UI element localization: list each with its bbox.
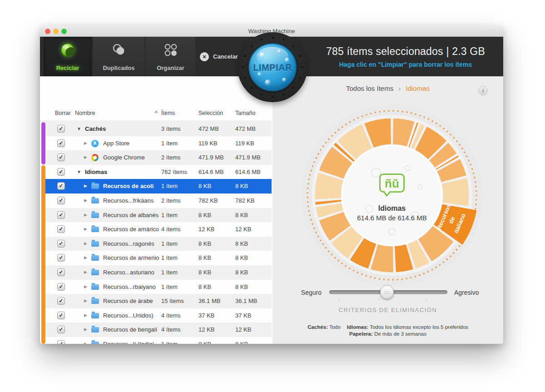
header-divider xyxy=(40,121,272,121)
donut-center: ñŭ Idiomas 614.6 MB de 614.6 MB xyxy=(333,174,451,222)
disclosure-triangle-icon[interactable]: ▶ xyxy=(84,323,87,337)
column-header-seleccion[interactable]: Selección xyxy=(198,110,223,116)
status-subtitle: Haga clic en "Limpiar" para borrar los í… xyxy=(339,61,472,68)
table-row[interactable]: ✓▶Google Chrome2 ítems471.9 MB471.9 MB xyxy=(45,150,272,165)
aggressiveness-slider[interactable] xyxy=(329,290,447,294)
column-header-borrar[interactable]: Borrar xyxy=(55,110,71,116)
cancel-button[interactable]: ✕ Cancelar xyxy=(200,37,238,76)
row-checkbox[interactable]: ✓ xyxy=(57,125,65,133)
table-row[interactable]: ✓▶Recursos...Unidos)4 ítems37 KB37 KB xyxy=(45,308,272,323)
disclosure-triangle-icon[interactable]: ▶ xyxy=(84,280,87,294)
disclosure-triangle-icon[interactable]: ▶ xyxy=(84,237,87,251)
row-checkbox[interactable]: ✓ xyxy=(57,168,65,176)
disclosure-triangle-icon[interactable]: ▶ xyxy=(84,265,87,280)
row-selection: 472 MB xyxy=(198,122,219,136)
row-selection: 8 KB xyxy=(198,237,211,251)
disclosure-triangle-icon[interactable]: ▶ xyxy=(84,150,87,165)
row-selection: 782 KB xyxy=(198,194,218,208)
caches-group-indicator xyxy=(41,122,45,164)
limpiar-button[interactable]: LIMPIAR xyxy=(248,43,297,91)
disclosure-triangle-icon[interactable]: ▶ xyxy=(84,337,87,344)
table-header: Borrar Nombre ^ Ítems Selección Tamaño xyxy=(40,110,272,121)
note-key: Idiomas: xyxy=(347,324,368,330)
idiomas-group-indicator xyxy=(41,165,45,344)
row-size: 8 KB xyxy=(235,265,248,280)
status-title: 785 ítems seleccionados | 2.3 GB xyxy=(326,45,485,58)
disclosure-triangle-icon[interactable]: ▶ xyxy=(84,251,87,265)
tab-label-duplicados: Duplicados xyxy=(93,65,144,71)
row-selection: 8 KB xyxy=(198,179,211,194)
disclosure-triangle-icon[interactable]: ▼ xyxy=(77,122,81,136)
row-size: 12 KB xyxy=(235,323,251,337)
main-content: Borrar Nombre ^ Ítems Selección Tamaño ✓… xyxy=(40,76,503,344)
table-row[interactable]: ✓▶Recursos de acoli1 ítem8 KB8 KB xyxy=(45,179,272,194)
folder-icon xyxy=(91,255,99,261)
folder-icon xyxy=(91,227,99,232)
tab-duplicados[interactable]: Duplicados xyxy=(93,37,144,76)
slider-tick xyxy=(339,298,339,300)
row-checkbox[interactable]: ✓ xyxy=(57,211,65,219)
row-checkbox[interactable]: ✓ xyxy=(57,326,65,333)
table-row[interactable]: ✓▶Recursos de amárico4 ítems12 KB12 KB xyxy=(45,222,272,237)
column-header-items[interactable]: Ítems xyxy=(161,110,175,116)
slider-knob[interactable] xyxy=(380,285,394,299)
table-row[interactable]: ✓▶Recursos...lí (India)1 ítem8 KB8 KB xyxy=(45,337,272,344)
criteria-notes: Cachés: TodoIdiomas: Todos los idiomas e… xyxy=(272,324,503,337)
row-selection: 12 KB xyxy=(198,323,214,337)
breadcrumb-current: Idiomas xyxy=(406,84,430,92)
row-items: 15 ítems xyxy=(161,294,184,308)
row-items: 4 ítems xyxy=(161,222,181,237)
row-items: 1 ítem xyxy=(161,179,178,194)
row-checkbox[interactable]: ✓ xyxy=(57,312,65,319)
row-checkbox[interactable]: ✓ xyxy=(57,283,65,291)
table-row[interactable]: ✓▼Idiomas762 ítems614.6 MB614.6 MB xyxy=(45,165,272,179)
table-row[interactable]: ✓▶Recursos de bengalí4 ítems12 KB12 KB xyxy=(45,323,272,337)
disclosure-triangle-icon[interactable]: ▶ xyxy=(84,294,87,308)
disclosure-triangle-icon[interactable]: ▶ xyxy=(84,136,87,151)
row-checkbox[interactable]: ✓ xyxy=(57,340,65,344)
row-checkbox[interactable]: ✓ xyxy=(57,182,65,190)
row-checkbox[interactable]: ✓ xyxy=(57,225,65,233)
folder-icon xyxy=(91,213,99,218)
disclosure-triangle-icon[interactable]: ▶ xyxy=(84,194,87,208)
table-rows: ✓▼Cachés3 ítems472 MB472 MB✓▶AApp Store1… xyxy=(45,122,272,344)
disclosure-triangle-icon[interactable]: ▶ xyxy=(84,179,87,194)
info-button[interactable]: i xyxy=(478,86,488,95)
chrome-icon xyxy=(91,154,99,161)
column-header-nombre[interactable]: Nombre xyxy=(75,110,95,116)
row-checkbox[interactable]: ✓ xyxy=(57,240,65,248)
row-checkbox[interactable]: ✓ xyxy=(57,254,65,262)
table-row[interactable]: ✓▶Recursos...ragonés1 ítem8 KB8 KB xyxy=(45,237,272,251)
tab-organizar[interactable]: Organizar xyxy=(146,37,195,76)
table-row[interactable]: ✓▶AApp Store1 ítem119 KB119 KB xyxy=(45,136,272,151)
row-name: Recursos de bengalí xyxy=(103,323,157,337)
row-checkbox[interactable]: ✓ xyxy=(57,139,65,147)
row-name: Recursos...frikáans xyxy=(103,194,154,208)
folder-icon xyxy=(91,184,99,189)
table-row[interactable]: ✓▶Recursos de armenio1 ítem8 KB8 KB xyxy=(45,251,272,265)
tab-label-organizar: Organizar xyxy=(146,65,195,71)
row-name: Cachés xyxy=(85,122,106,136)
row-selection: 8 KB xyxy=(198,251,211,265)
disclosure-triangle-icon[interactable]: ▼ xyxy=(77,165,81,179)
table-row[interactable]: ✓▶Recurso...asturiano1 ítem8 KB8 KB xyxy=(45,265,272,280)
row-size: 8 KB xyxy=(235,280,248,294)
breadcrumb-root[interactable]: Todos los ítems xyxy=(346,84,393,92)
row-checkbox[interactable]: ✓ xyxy=(57,268,65,276)
disclosure-triangle-icon[interactable]: ▶ xyxy=(84,308,87,323)
table-row[interactable]: ✓▶Recursos de albanés1 ítem8 KB8 KB xyxy=(45,208,272,223)
table-row[interactable]: ✓▶Recursos de árabe15 ítems36.1 MB36.1 M… xyxy=(45,294,272,308)
row-checkbox[interactable]: ✓ xyxy=(57,297,65,305)
table-row[interactable]: ✓▶Recursos...rbaiyano1 ítem8 KB8 KB xyxy=(45,280,272,294)
tab-reciclar[interactable]: Reciclar xyxy=(44,37,92,76)
row-checkbox[interactable]: ✓ xyxy=(57,154,65,161)
row-size: 471.9 MB xyxy=(235,150,261,165)
disclosure-triangle-icon[interactable]: ▶ xyxy=(84,222,87,237)
table-row[interactable]: ✓▼Cachés3 ítems472 MB472 MB xyxy=(45,122,272,136)
table-row[interactable]: ✓▶Recursos...frikáans2 ítems782 KB782 KB xyxy=(45,194,272,208)
disclosure-triangle-icon[interactable]: ▶ xyxy=(84,208,87,223)
column-header-tamano[interactable]: Tamaño xyxy=(235,110,255,116)
row-checkbox[interactable]: ✓ xyxy=(57,197,65,204)
row-size: 782 KB xyxy=(235,194,255,208)
row-items: 4 ítems xyxy=(161,308,181,323)
